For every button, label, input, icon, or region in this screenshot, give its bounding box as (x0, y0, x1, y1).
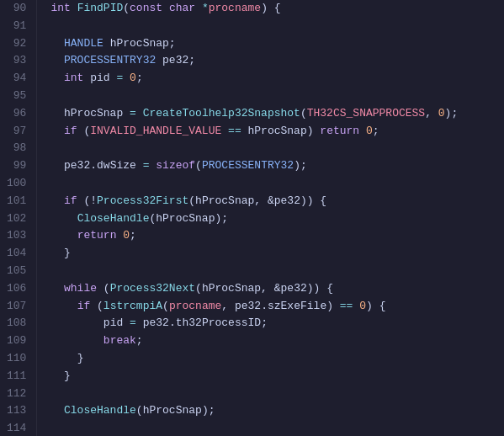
line-num-106: 106 (7, 280, 26, 298)
line-num-95: 95 (7, 88, 26, 105)
code-line-103: return 0; (50, 227, 504, 245)
code-line-90: int FindPID(const char *procname) { (50, 0, 504, 18)
line-num-111: 111 (7, 368, 26, 385)
code-line-92: HANDLE hProcSnap; (50, 35, 504, 53)
line-num-101: 101 (7, 193, 26, 210)
line-num-113: 113 (7, 402, 26, 420)
line-num-114: 114 (7, 420, 26, 436)
code-line-97: if (INVALID_HANDLE_VALUE == hProcSnap) r… (50, 123, 504, 141)
line-num-98: 98 (7, 140, 26, 157)
code-line-109: break; (50, 332, 504, 350)
code-line-98 (50, 140, 504, 157)
line-num-96: 96 (7, 105, 26, 123)
code-line-93: PROCESSENTRY32 pe32; (50, 52, 504, 70)
code-line-101: if (!Process32First(hProcSnap, &pe32)) { (50, 193, 504, 210)
line-num-112: 112 (7, 385, 26, 403)
line-num-105: 105 (7, 263, 26, 280)
line-num-99: 99 (7, 157, 26, 175)
code-line-110: } (50, 350, 504, 368)
code-line-91 (50, 18, 504, 35)
code-line-107: if (lstrcmpiA(procname, pe32.szExeFile) … (50, 298, 504, 316)
line-num-102: 102 (7, 210, 26, 228)
code-line-113: CloseHandle(hProcSnap); (50, 402, 504, 420)
code-lines: int FindPID(const char *procname) { HAND… (37, 0, 504, 436)
line-num-100: 100 (7, 175, 26, 193)
line-num-93: 93 (7, 52, 26, 70)
line-num-103: 103 (7, 227, 26, 245)
line-num-109: 109 (7, 332, 26, 350)
line-num-110: 110 (7, 350, 26, 368)
code-line-95 (50, 88, 504, 105)
line-num-108: 108 (7, 315, 26, 332)
code-line-94: int pid = 0; (50, 70, 504, 88)
line-numbers: 90 91 92 93 94 95 96 97 98 99 100 101 10… (0, 0, 37, 436)
code-line-106: while (Process32Next(hProcSnap, &pe32)) … (50, 280, 504, 298)
line-num-104: 104 (7, 245, 26, 263)
code-line-100 (50, 175, 504, 193)
line-num-91: 91 (7, 18, 26, 35)
line-num-92: 92 (7, 35, 26, 53)
code-line-102: CloseHandle(hProcSnap); (50, 210, 504, 228)
code-line-99: pe32.dwSize = sizeof(PROCESSENTRY32); (50, 157, 504, 175)
line-num-97: 97 (7, 123, 26, 141)
code-line-111: } (50, 368, 504, 385)
line-num-107: 107 (7, 298, 26, 316)
code-line-112 (50, 385, 504, 403)
code-line-104: } (50, 245, 504, 263)
code-editor: 90 91 92 93 94 95 96 97 98 99 100 101 10… (0, 0, 504, 436)
code-line-114 (50, 420, 504, 436)
line-num-94: 94 (7, 70, 26, 88)
code-line-96: hProcSnap = CreateToolhelp32Snapshot(TH3… (50, 105, 504, 123)
code-line-108: pid = pe32.th32ProcessID; (50, 315, 504, 332)
line-num-90: 90 (7, 0, 26, 18)
code-line-105 (50, 263, 504, 280)
